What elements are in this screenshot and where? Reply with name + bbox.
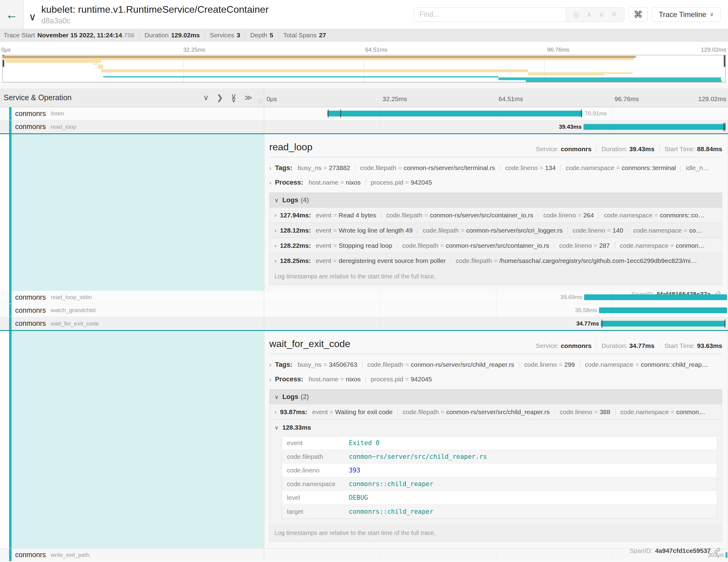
tag-chip: code.lineno=134 <box>505 164 556 172</box>
span-duration-bar[interactable] <box>599 308 727 313</box>
minimap-span-bar <box>498 77 721 80</box>
log-entry-toggle[interactable]: ∨ 128.33ms <box>274 424 717 431</box>
span-bar-cell[interactable]: 303μs <box>264 549 728 561</box>
back-button[interactable]: ← <box>0 0 24 29</box>
span-row-read_loop_stdin[interactable]: conmonrsread_loop_stdin39.69ms <box>0 291 728 304</box>
span-name-cell[interactable]: conmonrswait_for_exit_code <box>0 317 264 330</box>
tag-chip: code.namespace=conmonrs::co… <box>604 212 704 219</box>
tags-label: Tags: <box>275 164 292 172</box>
duration-value: 34.77ms <box>629 342 655 349</box>
tag-chip: code.filepath=conmon-rs/server/src/termi… <box>360 164 495 172</box>
start-time-label: Start Time: <box>665 145 696 153</box>
span-row-write_exit_path[interactable]: conmonrswrite_exit_path303μs <box>0 548 728 561</box>
duration-label: Duration: <box>601 145 627 153</box>
ruler-tick-label: 32.25ms <box>380 95 407 103</box>
span-row-listen[interactable]: conmonrslisten70.91ms <box>0 107 728 120</box>
column-resize-grip[interactable]: || <box>259 98 263 104</box>
minimap-span-bar <box>103 76 498 77</box>
detail-left-gutter <box>0 134 264 291</box>
span-row-watch_grandchild[interactable]: conmonrswatch_grandchild35.58ms <box>0 304 728 317</box>
expand-all-icon[interactable]: ≫ <box>244 94 252 101</box>
tag-chip: process.pid=942045 <box>371 376 432 383</box>
tags-accordion[interactable]: › Tags: busy_ns=273882code.filepath=conm… <box>269 164 722 172</box>
logs-accordion[interactable]: ∨ Logs (4) <box>270 193 722 207</box>
span-bar-cell[interactable]: 39.69ms <box>264 291 728 304</box>
collapse-all-icon[interactable]: ∨∨ <box>231 94 236 101</box>
span-name-cell[interactable]: conmonrsread_loop <box>0 120 264 133</box>
tag-chip: code.filepath=conmon-rs/server/src/child… <box>367 361 514 368</box>
span-name-cell[interactable]: conmonrsread_loop_stdin <box>0 291 264 304</box>
find-input[interactable] <box>414 8 566 22</box>
log-field-row: levelDEBUG <box>282 491 717 505</box>
trace-collapse-toggle[interactable]: ∨ <box>24 0 41 29</box>
minimap-span-bar <box>93 63 98 65</box>
chevron-right-icon: › <box>269 179 271 186</box>
tag-chip: host.name=nixos <box>309 376 361 383</box>
minimap-span-bar <box>528 72 604 75</box>
tag-chip: code.namespace=conmonrs::child_reap… <box>585 361 708 368</box>
span-row-read_loop[interactable]: conmonrsread_loop39.43ms <box>0 120 728 134</box>
chevron-down-icon: ∨ <box>29 11 36 23</box>
logs-accordion[interactable]: ∨ Logs (2) <box>270 390 722 404</box>
span-meta: Service:conmonrs Duration:39.43ms Start … <box>536 145 722 153</box>
ruler-tick-label: 64.51ms <box>496 95 523 103</box>
span-duration-label: 34.77ms <box>576 320 599 327</box>
minimap-span-bar <box>526 80 722 82</box>
ruler-tick-label: 129.02ms <box>700 46 726 53</box>
log-timestamp: 128.33ms <box>282 424 311 431</box>
log-row[interactable]: ›127.94ms:event=Read 4 bytescode.filepat… <box>270 207 722 223</box>
tag-chip: code.lineno=264 <box>543 212 594 219</box>
trace-minimap[interactable] <box>2 55 726 82</box>
span-duration-bar[interactable] <box>583 124 726 130</box>
log-marker-tick <box>581 110 582 118</box>
log-row[interactable]: ›128.22ms:event=Stopping read loopcode.f… <box>270 238 722 253</box>
keyboard-shortcuts-button[interactable]: ⌘ <box>629 7 648 22</box>
span-color-guide <box>9 317 12 330</box>
chevron-up-icon[interactable]: ∧ <box>587 11 592 18</box>
span-duration-bar[interactable] <box>327 111 582 117</box>
close-icon[interactable]: ✕ <box>611 11 617 18</box>
ruler-tick-label: 96.76ms <box>612 95 639 103</box>
logs-label: Logs <box>282 393 298 401</box>
detail-left-gutter <box>0 331 264 548</box>
span-name-cell[interactable]: conmonrslisten <box>0 107 264 120</box>
collapse-one-icon[interactable]: ∨ <box>203 94 209 101</box>
trace-timeline-page: ← ∨ kubelet: runtime.v1.RuntimeService/C… <box>0 0 728 562</box>
detail-titlebar: wait_for_exit_code Service:conmonrs Dura… <box>269 338 722 354</box>
tags-label: Tags: <box>275 361 292 369</box>
find-group: ◎ ∧ ∨ ✕ <box>414 7 624 22</box>
process-accordion[interactable]: › Process: host.name=nixosprocess.pid=94… <box>269 375 722 383</box>
span-duration-bar[interactable] <box>601 321 726 326</box>
target-icon[interactable]: ◎ <box>573 11 580 18</box>
span-detail-read-loop: read_loop Service:conmonrs Duration:39.4… <box>0 134 728 291</box>
tags-accordion[interactable]: › Tags: busy_ns=34506763code.filepath=co… <box>269 361 722 369</box>
span-bar-cell[interactable]: 70.91ms <box>264 107 728 120</box>
trace-info-item: Depth5 <box>250 32 273 39</box>
logs-section: ∨ Logs (2) ›93.87ms:event=Waiting for ex… <box>269 389 722 542</box>
span-duration-bar[interactable] <box>726 552 727 558</box>
tag-chip: busy_ns=34506763 <box>298 361 357 368</box>
span-name-cell[interactable]: conmonrswrite_exit_path <box>0 549 264 561</box>
span-table-header: Service & Operation ∨ ❯ ∨∨ ≫ || 0μs32.25… <box>0 88 728 107</box>
log-row[interactable]: ›128.25ms:event=deregistering event sour… <box>270 253 722 268</box>
log-marker-tick <box>328 110 328 118</box>
span-bar-cell[interactable]: 35.58ms <box>264 304 728 317</box>
expand-one-icon[interactable]: ❯ <box>217 94 223 101</box>
minimap-right-handle[interactable] <box>724 55 725 67</box>
minimap-span-bar <box>604 72 633 74</box>
span-name-cell[interactable]: conmonrswatch_grandchild <box>0 304 264 317</box>
process-accordion[interactable]: › Process: host.name=nixosprocess.pid=94… <box>269 179 722 186</box>
span-duration-bar[interactable] <box>584 295 727 300</box>
span-meta: Service:conmonrs Duration:34.77ms Start … <box>536 342 722 349</box>
span-bar-cell[interactable]: 39.43ms <box>264 120 728 133</box>
span-bar-cell[interactable]: 34.77ms <box>264 317 728 330</box>
ruler-tick-label: 32.25ms <box>182 46 206 53</box>
trace-info-item: Services3 <box>210 32 240 39</box>
span-duration-label: 35.58ms <box>575 307 597 314</box>
tag-chip: code.filepath=conmon-rs/server/src/child… <box>403 408 549 416</box>
log-row[interactable]: ›93.87ms:event=Waiting for exit codecode… <box>270 404 722 419</box>
log-row[interactable]: ›128.12ms:event=Wrote log line of length… <box>270 223 722 238</box>
view-selector-button[interactable]: Trace Timeline ∨ <box>652 7 721 22</box>
chevron-down-icon[interactable]: ∨ <box>599 11 604 18</box>
span-row-wait_for_exit_code[interactable]: conmonrswait_for_exit_code34.77ms <box>0 317 728 331</box>
